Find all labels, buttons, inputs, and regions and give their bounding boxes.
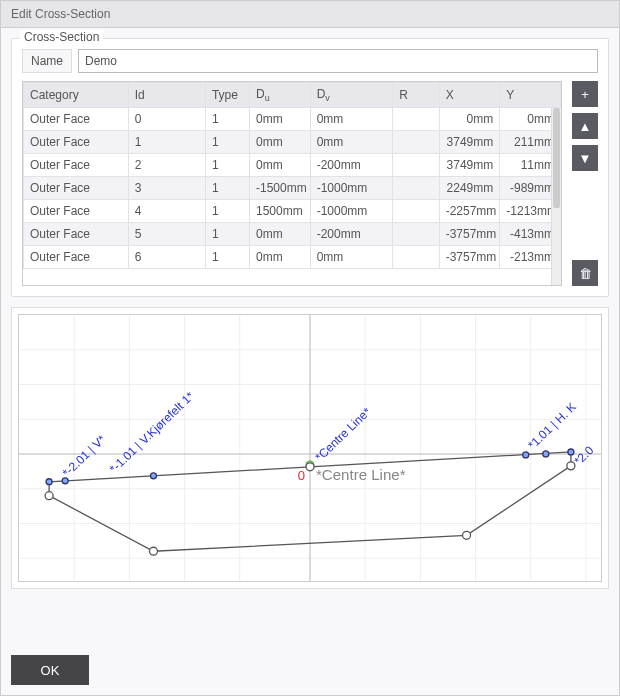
- cell-type[interactable]: 1: [205, 246, 249, 269]
- table-row[interactable]: Outer Face610mm0mm-3757mm-213mm: [24, 246, 561, 269]
- trash-icon: 🗑: [579, 266, 592, 281]
- cell-id[interactable]: 5: [128, 223, 205, 246]
- cell-x[interactable]: -3757mm: [439, 246, 500, 269]
- cell-r[interactable]: [393, 200, 439, 223]
- svg-point-24: [46, 479, 52, 485]
- cell-dv[interactable]: -200mm: [310, 154, 393, 177]
- cell-category[interactable]: Outer Face: [24, 246, 129, 269]
- cell-x[interactable]: 3749mm: [439, 154, 500, 177]
- col-x[interactable]: X: [439, 83, 500, 108]
- cell-r[interactable]: [393, 223, 439, 246]
- move-up-button[interactable]: ▲: [572, 113, 598, 139]
- cell-r[interactable]: [393, 177, 439, 200]
- col-r[interactable]: R: [393, 83, 439, 108]
- cell-r[interactable]: [393, 246, 439, 269]
- cell-r[interactable]: [393, 154, 439, 177]
- cell-id[interactable]: 2: [128, 154, 205, 177]
- cell-x[interactable]: 0mm: [439, 108, 500, 131]
- svg-point-21: [463, 531, 471, 539]
- cell-type[interactable]: 1: [205, 177, 249, 200]
- label-v201: *-2.01 | V*: [59, 432, 108, 480]
- svg-point-26: [150, 473, 156, 479]
- cell-id[interactable]: 0: [128, 108, 205, 131]
- col-category[interactable]: Category: [24, 83, 129, 108]
- name-label: Name: [22, 49, 72, 73]
- cell-dv[interactable]: 0mm: [310, 131, 393, 154]
- cell-id[interactable]: 1: [128, 131, 205, 154]
- delete-row-button[interactable]: 🗑: [572, 260, 598, 286]
- cell-type[interactable]: 1: [205, 200, 249, 223]
- cell-category[interactable]: Outer Face: [24, 131, 129, 154]
- col-y[interactable]: Y: [500, 83, 561, 108]
- svg-point-28: [543, 451, 549, 457]
- cell-r[interactable]: [393, 131, 439, 154]
- cell-id[interactable]: 3: [128, 177, 205, 200]
- graph-panel: 0 *Centre Line* *Centre Line* *-2.01 | V…: [11, 307, 609, 589]
- table-row[interactable]: Outer Face31-1500mm-1000mm2249mm-989mm: [24, 177, 561, 200]
- cell-du[interactable]: 1500mm: [250, 200, 311, 223]
- cell-x[interactable]: 3749mm: [439, 131, 500, 154]
- col-dv[interactable]: Dv: [310, 83, 393, 108]
- cell-category[interactable]: Outer Face: [24, 223, 129, 246]
- cell-category[interactable]: Outer Face: [24, 177, 129, 200]
- data-grid[interactable]: Category Id Type Du Dv R X Y Outer Face0…: [22, 81, 562, 286]
- table-row[interactable]: Outer Face110mm0mm3749mm211mm: [24, 131, 561, 154]
- cell-dv[interactable]: -1000mm: [310, 177, 393, 200]
- name-input[interactable]: [78, 49, 598, 73]
- centre-line-gray: *Centre Line*: [316, 466, 406, 483]
- scrollbar-thumb[interactable]: [553, 108, 560, 208]
- origin-zero: 0: [298, 468, 305, 483]
- cross-section-fieldset: Cross-Section Name Catego: [11, 38, 609, 297]
- cell-type[interactable]: 1: [205, 131, 249, 154]
- svg-point-19: [306, 463, 314, 471]
- plus-icon: +: [581, 87, 589, 102]
- add-row-button[interactable]: +: [572, 81, 598, 107]
- cell-x[interactable]: -2257mm: [439, 200, 500, 223]
- table-row[interactable]: Outer Face411500mm-1000mm-2257mm-1213mm: [24, 200, 561, 223]
- cell-x[interactable]: -3757mm: [439, 223, 500, 246]
- cell-category[interactable]: Outer Face: [24, 200, 129, 223]
- cell-x[interactable]: 2249mm: [439, 177, 500, 200]
- table-row[interactable]: Outer Face210mm-200mm3749mm11mm: [24, 154, 561, 177]
- col-du[interactable]: Du: [250, 83, 311, 108]
- fieldset-legend: Cross-Section: [20, 30, 103, 44]
- cell-dv[interactable]: -1000mm: [310, 200, 393, 223]
- cell-dv[interactable]: -200mm: [310, 223, 393, 246]
- cell-du[interactable]: 0mm: [250, 223, 311, 246]
- cell-category[interactable]: Outer Face: [24, 154, 129, 177]
- cell-type[interactable]: 1: [205, 108, 249, 131]
- cell-dv[interactable]: 0mm: [310, 246, 393, 269]
- svg-point-23: [45, 492, 53, 500]
- window-title: Edit Cross-Section: [1, 1, 619, 28]
- table-row[interactable]: Outer Face510mm-200mm-3757mm-413mm: [24, 223, 561, 246]
- cross-section-graph[interactable]: 0 *Centre Line* *Centre Line* *-2.01 | V…: [18, 314, 602, 582]
- label-h101: *1.01 | H. K: [525, 400, 579, 452]
- table-row[interactable]: Outer Face010mm0mm0mm0mm: [24, 108, 561, 131]
- centre-line-blue: *Centre Line*: [312, 405, 374, 464]
- vertical-scrollbar[interactable]: [551, 108, 561, 285]
- cell-du[interactable]: 0mm: [250, 246, 311, 269]
- cell-dv[interactable]: 0mm: [310, 108, 393, 131]
- triangle-up-icon: ▲: [579, 119, 592, 134]
- cell-id[interactable]: 6: [128, 246, 205, 269]
- cell-category[interactable]: Outer Face: [24, 108, 129, 131]
- cell-du[interactable]: 0mm: [250, 108, 311, 131]
- triangle-down-icon: ▼: [579, 151, 592, 166]
- cell-id[interactable]: 4: [128, 200, 205, 223]
- label-kjorefelt: *-1.01 | V.Kjørefelt 1*: [107, 389, 197, 476]
- cell-du[interactable]: 0mm: [250, 131, 311, 154]
- ok-button[interactable]: OK: [11, 655, 89, 685]
- col-type[interactable]: Type: [205, 83, 249, 108]
- col-id[interactable]: Id: [128, 83, 205, 108]
- cell-type[interactable]: 1: [205, 223, 249, 246]
- move-down-button[interactable]: ▼: [572, 145, 598, 171]
- svg-point-22: [149, 547, 157, 555]
- svg-point-29: [568, 449, 574, 455]
- cell-r[interactable]: [393, 108, 439, 131]
- cell-type[interactable]: 1: [205, 154, 249, 177]
- cell-du[interactable]: -1500mm: [250, 177, 311, 200]
- svg-point-27: [523, 452, 529, 458]
- svg-point-20: [567, 462, 575, 470]
- cell-du[interactable]: 0mm: [250, 154, 311, 177]
